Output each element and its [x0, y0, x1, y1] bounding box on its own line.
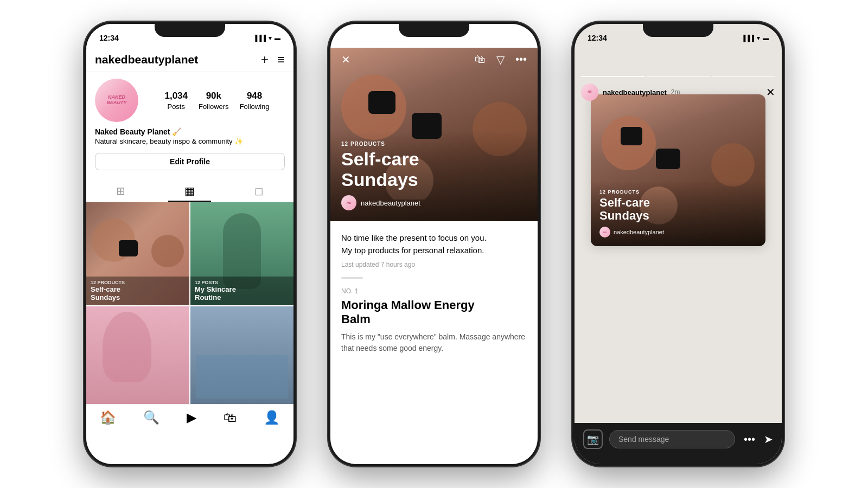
nav-shop-icon[interactable]: 🛍 — [224, 410, 237, 425]
story-time: 2m — [671, 88, 680, 96]
hero-avatar: NB — [341, 195, 356, 210]
story-username: nakedbeautyplanet — [603, 88, 667, 97]
grid-cell-1[interactable]: 12 PRODUCTS Self-careSundays — [86, 202, 189, 305]
guide-product-title: Moringa Mallow EnergyBalm — [341, 298, 527, 327]
tab-bar: ⊞ ▦ ◻ — [86, 177, 293, 202]
time-1: 12:34 — [99, 34, 119, 42]
hero-author: NB nakedbeautyplanet — [341, 195, 527, 210]
following-stat: 948 Following — [240, 91, 270, 111]
notch-2 — [399, 22, 469, 37]
guide-content: 12 PRODUCTS Self-careSundays NB nakedbea… — [330, 48, 538, 464]
guide-no: NO. 1 — [341, 287, 527, 295]
close-icon[interactable]: ✕ — [341, 53, 350, 66]
send-placeholder: Send message — [618, 435, 669, 444]
followers-stat: 90k Followers — [199, 91, 229, 111]
battery-icon-3: ▬ — [763, 35, 769, 41]
grid-cell-2[interactable]: 12 POSTS My SkincareRoutine — [190, 202, 293, 305]
guide-updated: Last updated 7 hours ago — [341, 261, 527, 268]
send-icon[interactable]: ➤ — [764, 433, 773, 446]
profile-stats: 1,034 Posts 90k Followers 948 Following — [149, 91, 285, 111]
posts-stat: 1,034 Posts — [164, 91, 188, 111]
send-message-input[interactable]: Send message — [609, 430, 735, 448]
wifi-icon: ▾ — [269, 35, 272, 42]
bag-icon[interactable]: 🛍 — [475, 53, 486, 66]
more-options-icon[interactable]: ••• — [742, 433, 757, 446]
menu-icon[interactable]: ≡ — [277, 52, 285, 67]
wifi-icon-3: ▾ — [757, 35, 760, 42]
phone-3: 12:34 ▐▐▐ ▾ ▬ — [572, 22, 784, 466]
nav-reels-icon[interactable]: ▶ — [187, 410, 196, 425]
status-icons-2: ▐▐▐ ▾ ▬ — [497, 35, 525, 42]
bio-name: Naked Beauty Planet 🧹 — [95, 127, 285, 136]
hero-tag: 12 PRODUCTS — [341, 141, 527, 147]
tab-tagged[interactable]: ◻ — [238, 181, 280, 202]
hero-author-name: nakedbeautyplanet — [361, 199, 420, 207]
story-bar-2 — [646, 76, 710, 77]
more-icon[interactable]: ••• — [515, 53, 527, 66]
guide-product-desc: This is my "use everywhere" balm. Massag… — [341, 331, 527, 354]
grid-label-1: 12 PRODUCTS Self-careSundays — [86, 277, 189, 305]
profile-top: NakedBeauty 1,034 Posts 90k Followers — [95, 79, 285, 122]
story-card-image: 12 PRODUCTS Self-careSundays NB nakedbea… — [591, 94, 765, 246]
story-avatar[interactable]: NB — [581, 84, 598, 101]
grid-tag-2: 12 POSTS — [195, 280, 289, 285]
story-bar-1 — [581, 76, 644, 77]
tab-grid[interactable]: ⊞ — [100, 181, 142, 202]
edit-profile-button[interactable]: Edit Profile — [95, 153, 285, 170]
profile-bio: Naked Beauty Planet 🧹 Natural skincare, … — [95, 127, 285, 147]
hands-scene-1 — [86, 213, 189, 284]
story-card-username: nakedbeautyplanet — [614, 229, 664, 235]
grid-title-1: Self-careSundays — [91, 285, 185, 302]
following-label: Following — [240, 102, 270, 111]
story-card-title: Self-careSundays — [599, 196, 757, 222]
followers-label: Followers — [199, 102, 229, 111]
grid-cell-3[interactable] — [86, 306, 189, 404]
time-2: 12:34 — [343, 34, 363, 42]
grid-title-2: My SkincareRoutine — [195, 285, 289, 302]
posts-label: Posts — [167, 102, 185, 111]
story-card: 12 PRODUCTS Self-careSundays NB nakedbea… — [591, 94, 765, 246]
guide-hero: 12 PRODUCTS Self-careSundays NB nakedbea… — [330, 48, 538, 221]
profile-section: NakedBeauty 1,034 Posts 90k Followers — [86, 72, 293, 177]
signal-icon-2: ▐▐▐ — [497, 35, 510, 41]
tab-reels[interactable]: ▦ — [168, 181, 211, 202]
story-bar-3 — [712, 76, 775, 77]
nav-profile-icon[interactable]: 👤 — [264, 410, 280, 425]
ig-header: nakedbeautyplanet + ≡ — [86, 48, 293, 72]
story-close-icon[interactable]: ✕ — [766, 86, 775, 99]
grid-cell-4[interactable] — [190, 306, 293, 404]
story-footer: 📷 Send message ••• ➤ — [575, 423, 782, 464]
profile-username: nakedbeautyplanet — [95, 53, 198, 66]
header-icons: + ≡ — [261, 52, 285, 67]
battery-icon-2: ▬ — [519, 35, 525, 41]
status-icons-3: ▐▐▐ ▾ ▬ — [742, 35, 769, 42]
filter-icon[interactable]: ▽ — [496, 53, 505, 66]
avatar-logo: NakedBeauty — [106, 95, 126, 106]
battery-icon: ▬ — [275, 35, 280, 41]
grid-area: 12 PRODUCTS Self-careSundays 12 POSTS My… — [86, 202, 293, 404]
bio-text: Natural skincare, beauty inspo & communi… — [95, 137, 285, 145]
avatar[interactable]: NakedBeauty — [95, 79, 138, 122]
add-icon[interactable]: + — [261, 52, 269, 67]
wifi-icon-2: ▾ — [513, 35, 516, 42]
story-card-author: NB nakedbeautyplanet — [599, 227, 757, 237]
nav-search-icon[interactable]: 🔍 — [143, 410, 159, 425]
nav-home-icon[interactable]: 🏠 — [100, 410, 116, 425]
notch-3 — [643, 22, 713, 37]
camera-icon[interactable]: 📷 — [583, 429, 603, 449]
story-user-row: NB nakedbeautyplanet 2m ✕ — [575, 81, 782, 105]
story-user-left: NB nakedbeautyplanet 2m — [581, 84, 680, 101]
signal-icon-3: ▐▐▐ — [742, 35, 754, 41]
followers-count: 90k — [206, 91, 221, 101]
phone-1: 12:34 ▐▐▐ ▾ ▬ nakedbeautyplanet + ≡ — [84, 22, 296, 466]
hero-title: Self-careSundays — [341, 149, 527, 190]
story-card-tag: 12 PRODUCTS — [599, 189, 757, 195]
guide-description: No time like the present to focus on you… — [341, 232, 527, 256]
guide-divider — [341, 277, 363, 279]
guide-body: No time like the present to focus on you… — [330, 221, 538, 365]
phone-2: 12:34 ▐▐▐ ▾ ▬ ✕ 🛍 ▽ ••• — [328, 22, 540, 466]
story-card-avatar: NB — [599, 227, 610, 237]
guide-header: ✕ 🛍 ▽ ••• — [330, 48, 538, 72]
posts-count: 1,034 — [164, 91, 188, 101]
guide-actions: 🛍 ▽ ••• — [475, 53, 527, 66]
